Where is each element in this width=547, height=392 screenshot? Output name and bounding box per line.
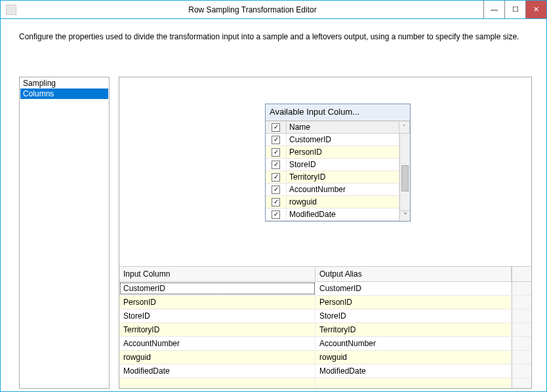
input-column-cell[interactable]: ModifiedDate [119,364,315,378]
available-row[interactable]: rowguid [266,196,399,208]
available-row[interactable]: ModifiedDate [266,208,399,221]
spacer [512,364,531,378]
header-checkbox-cell[interactable] [266,121,287,133]
spacer [512,296,531,309]
mapping-row[interactable]: StoreIDStoreID [119,309,531,323]
minimize-icon: — [491,6,498,13]
output-alias-cell[interactable]: rowguid [315,351,512,364]
check-icon [272,173,280,182]
scroll-up-button[interactable]: ˄ [399,121,410,133]
spacer [512,282,531,295]
check-icon [272,186,280,194]
check-icon [272,198,280,206]
nav-item-sampling[interactable]: Sampling [20,78,108,88]
minimize-button[interactable]: — [483,1,504,18]
available-row[interactable]: PersonID [266,146,399,159]
check-icon [272,148,280,157]
input-column-cell[interactable]: TerritoryID [119,323,315,336]
row-name-cell[interactable]: ModifiedDate [287,208,399,220]
close-icon: ✕ [533,6,539,13]
input-column-header[interactable]: Input Column [119,267,315,281]
available-header: Name ˄ [266,121,410,134]
mapping-rows: CustomerIDCustomerIDPersonIDPersonIDStor… [119,282,531,388]
available-row[interactable]: StoreID [266,159,399,171]
spacer [512,309,531,323]
description-text: Configure the properties used to divide … [1,19,546,48]
available-title: Available Input Colum... [266,104,410,121]
row-checkbox-cell[interactable] [266,208,287,220]
mapping-header: Input Column Output Alias [119,267,531,282]
vertical-scrollbar[interactable]: ˅ [399,134,410,221]
check-icon [272,161,280,169]
input-column-cell[interactable] [119,378,315,388]
available-rows: CustomerIDPersonIDStoreIDTerritoryIDAcco… [266,134,399,221]
input-column-cell[interactable]: CustomerID [119,282,315,295]
mapping-pane: Input Column Output Alias CustomerIDCust… [119,266,531,388]
input-column-cell[interactable]: AccountNumber [119,337,315,350]
input-column-cell[interactable]: StoreID [119,309,315,323]
close-button[interactable]: ✕ [525,1,546,18]
nav-panel: SamplingColumns [19,77,110,389]
row-name-cell[interactable]: StoreID [287,159,399,170]
row-checkbox-cell[interactable] [266,134,287,146]
mapping-row[interactable]: PersonIDPersonID [119,296,531,309]
available-row[interactable]: AccountNumber [266,184,399,196]
spacer [512,378,531,388]
available-row[interactable]: TerritoryID [266,171,399,184]
row-name-cell[interactable]: PersonID [287,146,399,158]
output-alias-cell[interactable]: AccountNumber [315,337,512,350]
mapping-row[interactable]: TerritoryIDTerritoryID [119,323,531,337]
spacer [512,337,531,350]
row-checkbox-cell[interactable] [266,146,287,158]
editor-window: Row Sampling Transformation Editor — ☐ ✕… [0,0,547,392]
check-icon [272,123,280,132]
mapping-row[interactable]: AccountNumberAccountNumber [119,337,531,351]
input-column-cell[interactable]: PersonID [119,296,315,309]
output-alias-cell[interactable]: PersonID [315,296,512,309]
mapping-row[interactable]: CustomerIDCustomerID [119,282,531,296]
mapping-row-empty[interactable] [119,378,531,388]
row-name-cell[interactable]: rowguid [287,196,399,208]
upper-pane: Available Input Colum... Name ˄ Customer… [119,77,531,266]
chevron-down-icon: ˅ [403,212,407,221]
app-icon [6,5,16,15]
content-area: SamplingColumns Available Input Colum...… [19,77,532,389]
row-checkbox-cell[interactable] [266,171,287,183]
spacer [512,267,531,281]
available-body: CustomerIDPersonIDStoreIDTerritoryIDAcco… [266,134,410,221]
check-icon [272,136,280,144]
input-column-cell[interactable]: rowguid [119,351,315,364]
window-title: Row Sampling Transformation Editor [22,5,483,14]
chevron-up-icon: ˄ [403,124,406,130]
maximize-icon: ☐ [512,6,519,13]
available-grid: Name ˄ CustomerIDPersonIDStoreIDTerritor… [266,121,410,221]
scrollbar-thumb[interactable] [401,165,409,191]
row-checkbox-cell[interactable] [266,196,287,208]
mapping-row[interactable]: ModifiedDateModifiedDate [119,364,531,378]
scroll-down-button[interactable]: ˅ [400,210,410,221]
header-name-cell[interactable]: Name [287,121,399,133]
output-alias-cell[interactable]: CustomerID [315,282,512,295]
main-panel: Available Input Colum... Name ˄ Customer… [119,77,532,389]
spacer [512,323,531,336]
output-alias-cell[interactable]: ModifiedDate [315,364,512,378]
available-row[interactable]: CustomerID [266,134,399,146]
window-controls: — ☐ ✕ [483,1,546,18]
row-checkbox-cell[interactable] [266,159,287,170]
row-name-cell[interactable]: TerritoryID [287,171,399,183]
row-checkbox-cell[interactable] [266,184,287,195]
check-icon [272,210,280,219]
available-columns-box: Available Input Colum... Name ˄ Customer… [265,104,411,222]
output-alias-cell[interactable]: TerritoryID [315,323,512,336]
output-alias-cell[interactable] [315,378,512,388]
titlebar: Row Sampling Transformation Editor — ☐ ✕ [1,1,546,19]
nav-item-columns[interactable]: Columns [20,88,108,99]
maximize-button[interactable]: ☐ [504,1,525,18]
output-alias-header[interactable]: Output Alias [315,267,512,281]
row-name-cell[interactable]: AccountNumber [287,184,399,195]
row-name-cell[interactable]: CustomerID [287,134,399,146]
mapping-row[interactable]: rowguidrowguid [119,351,531,364]
spacer [512,351,531,364]
output-alias-cell[interactable]: StoreID [315,309,512,323]
